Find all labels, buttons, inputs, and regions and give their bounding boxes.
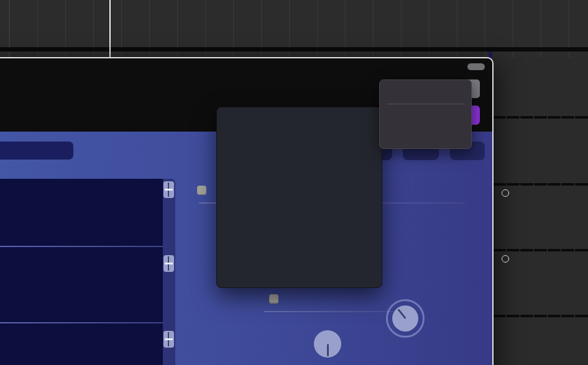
menu-item-none[interactable] bbox=[380, 84, 471, 101]
submenu-item[interactable] bbox=[217, 248, 382, 265]
submenu-item[interactable] bbox=[217, 112, 382, 129]
knob-pointer bbox=[397, 309, 406, 319]
side-chain-audio-submenu bbox=[216, 107, 382, 288]
audio-region-dark-teal[interactable] bbox=[492, 317, 588, 365]
row-slider-handle[interactable] bbox=[163, 255, 174, 272]
slider-column bbox=[163, 179, 175, 365]
row-slider-handle[interactable] bbox=[163, 331, 174, 348]
audio-region-magenta-1[interactable] bbox=[0, 0, 122, 47]
waveform-midline bbox=[177, 7, 283, 9]
knob-pointer bbox=[327, 344, 329, 356]
submenu-item[interactable] bbox=[217, 181, 382, 197]
tuning-match-knob[interactable] bbox=[392, 305, 418, 331]
daw-screen: { "icons": { "check": "✓", "chevron": "›… bbox=[0, 0, 588, 365]
formant-shift-checkbox[interactable] bbox=[269, 294, 278, 304]
match-pitch-checkbox[interactable] bbox=[197, 186, 206, 195]
submenu-item[interactable] bbox=[217, 129, 382, 146]
row-divider bbox=[0, 322, 163, 323]
audio-region-green[interactable] bbox=[492, 186, 588, 249]
track-separator bbox=[0, 47, 588, 52]
waveform-midline bbox=[392, 7, 588, 9]
menu-item-input[interactable] bbox=[382, 126, 469, 143]
audio-region-magenta-3[interactable] bbox=[392, 0, 588, 47]
submenu-item[interactable] bbox=[217, 214, 382, 231]
audio-region-magenta-2[interactable] bbox=[177, 0, 283, 47]
waveform-midline bbox=[0, 7, 122, 9]
preset-dropdown[interactable] bbox=[0, 142, 73, 160]
playhead[interactable] bbox=[109, 0, 111, 58]
submenu-item[interactable] bbox=[217, 197, 382, 214]
loop-icon bbox=[502, 255, 509, 263]
loop-icon bbox=[502, 189, 509, 197]
info-list-panel bbox=[0, 179, 175, 365]
audio-region-olive[interactable] bbox=[492, 52, 588, 116]
row-slider-handle[interactable] bbox=[163, 181, 174, 198]
formant-shift-knob[interactable] bbox=[314, 330, 341, 358]
side-chain-menu bbox=[379, 79, 472, 149]
submenu-item[interactable] bbox=[217, 232, 382, 248]
menu-divider bbox=[387, 104, 464, 104]
window-minimize-button[interactable] bbox=[467, 63, 485, 70]
row-divider bbox=[0, 246, 163, 247]
section-divider bbox=[264, 311, 398, 312]
menu-item-audio[interactable] bbox=[382, 108, 469, 125]
audio-region-dark-olive[interactable] bbox=[492, 119, 588, 183]
submenu-item[interactable] bbox=[217, 266, 382, 282]
track-lane-column bbox=[492, 52, 588, 365]
submenu-item[interactable] bbox=[217, 146, 382, 163]
submenu-item[interactable] bbox=[217, 163, 382, 180]
audio-region-teal[interactable] bbox=[492, 251, 588, 315]
